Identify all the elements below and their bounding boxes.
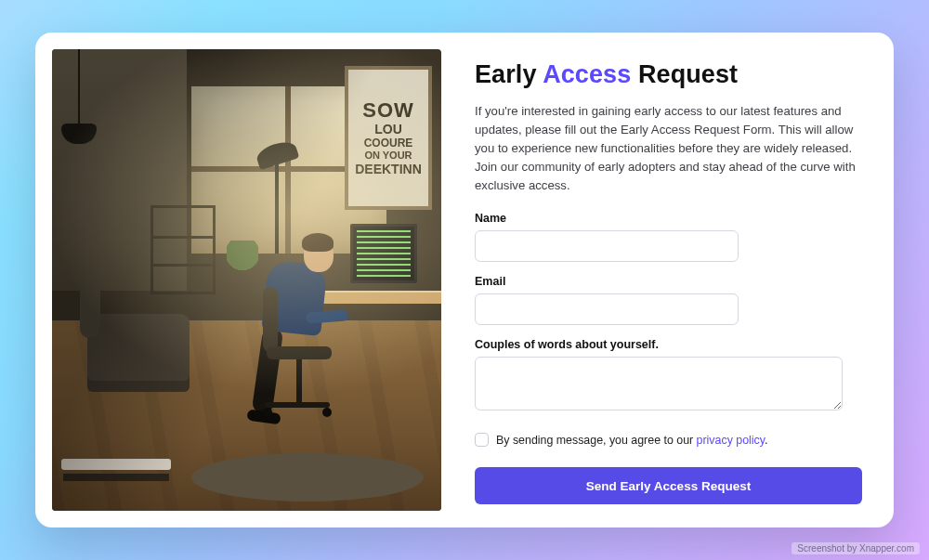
privacy-policy-link[interactable]: privacy policy bbox=[697, 434, 765, 447]
consent-pre: By sending message, you agree to our bbox=[496, 434, 697, 447]
title-pre: Early bbox=[475, 60, 543, 88]
form-pane: Early Access Request If you're intereste… bbox=[441, 33, 894, 527]
poster: SOW LOU COOURE ON YOUR DEEKTINN bbox=[345, 66, 432, 210]
description: If you're interested in gaining early ac… bbox=[475, 102, 862, 195]
consent-row: By sending message, you agree to our pri… bbox=[475, 433, 862, 447]
poster-line: DEEKTINN bbox=[355, 163, 422, 176]
name-input[interactable] bbox=[475, 230, 739, 262]
submit-button[interactable]: Send Early Access Request bbox=[475, 467, 862, 504]
title-post: Request bbox=[631, 60, 738, 88]
hero-illustration: SOW LOU COOURE ON YOUR DEEKTINN bbox=[52, 49, 441, 511]
consent-post: . bbox=[765, 434, 767, 447]
name-label: Name bbox=[475, 212, 862, 225]
hero-pane: SOW LOU COOURE ON YOUR DEEKTINN bbox=[35, 33, 441, 527]
field-name: Name bbox=[475, 212, 862, 262]
email-input[interactable] bbox=[475, 293, 739, 325]
consent-checkbox[interactable] bbox=[475, 433, 489, 447]
poster-line: ON YOUR bbox=[364, 150, 412, 161]
page-title: Early Access Request bbox=[475, 60, 862, 89]
poster-line: SOW bbox=[362, 100, 414, 121]
consent-label: By sending message, you agree to our pri… bbox=[496, 434, 768, 447]
about-label: Couples of words about yourself. bbox=[475, 338, 862, 351]
watermark: Screenshot by Xnapper.com bbox=[792, 542, 920, 554]
card: SOW LOU COOURE ON YOUR DEEKTINN bbox=[35, 33, 894, 527]
poster-line: COOURE bbox=[364, 137, 413, 149]
title-accent: Access bbox=[543, 60, 631, 88]
poster-line: LOU bbox=[374, 123, 402, 136]
about-textarea[interactable] bbox=[475, 357, 843, 410]
email-label: Email bbox=[475, 275, 862, 288]
field-email: Email bbox=[475, 275, 862, 325]
field-about: Couples of words about yourself. bbox=[475, 338, 862, 414]
